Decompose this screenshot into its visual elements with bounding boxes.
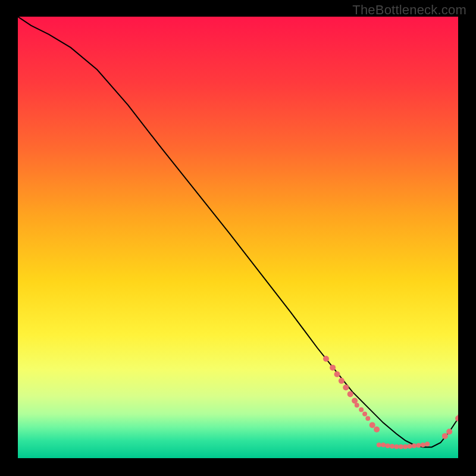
- watermark-label: TheBottleneck.com: [352, 2, 466, 18]
- highlight-dot: [412, 443, 416, 448]
- highlight-dot: [416, 443, 421, 448]
- chart-plot-area: [18, 17, 458, 458]
- highlight-dot: [374, 427, 380, 433]
- chart-svg: [18, 17, 458, 458]
- highlight-dot: [330, 365, 336, 371]
- highlight-dot: [323, 356, 329, 362]
- highlight-dot: [381, 443, 386, 447]
- highlight-dot: [347, 391, 353, 397]
- highlight-dot: [369, 422, 375, 428]
- highlight-dot: [390, 444, 394, 449]
- highlight-dot: [386, 443, 390, 448]
- highlight-dot: [339, 378, 345, 384]
- highlight-dot: [442, 433, 448, 439]
- highlight-dot: [343, 384, 349, 390]
- highlight-dot: [399, 444, 403, 449]
- highlight-dot: [425, 441, 430, 446]
- highlight-dot: [421, 443, 425, 447]
- highlight-dot: [359, 407, 364, 412]
- chart-background: [18, 17, 458, 458]
- highlight-dot: [355, 403, 359, 408]
- highlight-dot: [403, 444, 408, 449]
- highlight-dot: [352, 398, 358, 404]
- highlight-dot: [377, 443, 381, 447]
- highlight-dot: [365, 416, 370, 421]
- highlight-dot: [408, 444, 412, 449]
- highlight-dot: [362, 412, 367, 416]
- highlight-dot: [334, 371, 340, 377]
- highlight-dot: [446, 429, 452, 435]
- highlight-dot: [394, 444, 399, 449]
